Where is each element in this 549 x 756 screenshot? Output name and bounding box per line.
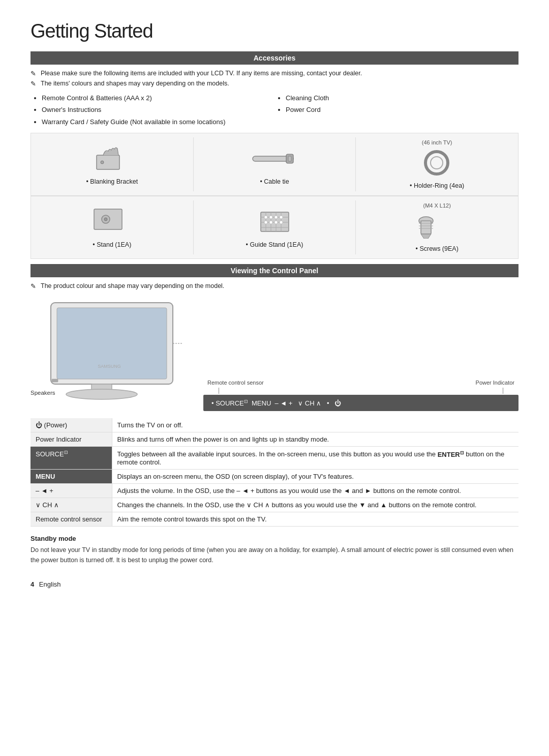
feature-val-power: Turns the TV on or off. bbox=[112, 418, 518, 432]
feature-key-volume: – ◄ + bbox=[30, 483, 112, 498]
feature-row-source: SOURCE⊡ Toggles between all the availabl… bbox=[30, 447, 518, 469]
accessories-note-1: Please make sure the following items are… bbox=[30, 70, 518, 77]
feature-val-menu: Displays an on-screen menu, the OSD (on … bbox=[112, 469, 518, 483]
items-row-2: Stand (1EA) bbox=[31, 196, 518, 258]
page-language: English bbox=[39, 580, 61, 588]
accessories-list-col2: Cleaning Cloth Power Cord bbox=[274, 92, 518, 116]
feature-key-sensor: Remote control sensor bbox=[30, 512, 112, 526]
svg-point-37 bbox=[66, 389, 137, 399]
control-panel-header: Viewing the Control Panel bbox=[30, 264, 518, 277]
feature-val-channel: Changes the channels. In the OSD, use th… bbox=[112, 498, 518, 512]
power-indicator-line bbox=[503, 388, 503, 394]
feature-row-volume: – ◄ + Adjusts the volume. In the OSD, us… bbox=[30, 483, 518, 498]
svg-rect-27 bbox=[421, 221, 431, 234]
speakers-label: Speakers bbox=[30, 390, 55, 396]
svg-text:SAMSUNG: SAMSUNG bbox=[98, 364, 121, 369]
sensor-lines bbox=[203, 388, 518, 394]
feature-key-source: SOURCE⊡ bbox=[30, 447, 112, 469]
item-cell-stand: Stand (1EA) bbox=[31, 200, 194, 254]
svg-point-18 bbox=[264, 216, 267, 219]
control-panel-note: The product colour and shape may vary de… bbox=[30, 282, 518, 289]
page-num-digit: 4 bbox=[30, 580, 34, 588]
cable-tie-label: Cable tie bbox=[198, 178, 352, 185]
blanking-bracket-label: Blanking Bracket bbox=[35, 178, 189, 185]
power-indicator-label-top: Power Indicator bbox=[476, 380, 514, 386]
holder-ring-note: (46 inch TV) bbox=[360, 139, 514, 146]
standby-text: Do not leave your TV in standby mode for… bbox=[30, 545, 518, 565]
screws-icon bbox=[360, 211, 514, 241]
control-bar: • SOURCE⊡ MENU – ◄ + ∨ CH ∧ • ⏻ bbox=[203, 395, 518, 411]
list-item: Power Cord bbox=[286, 104, 518, 115]
svg-rect-4 bbox=[288, 156, 291, 161]
feature-key-channel: ∨ CH ∧ bbox=[30, 498, 112, 512]
svg-rect-0 bbox=[97, 155, 119, 169]
feature-val-indicator: Blinks and turns off when the power is o… bbox=[112, 432, 518, 447]
feature-row-channel: ∨ CH ∧ Changes the channels. In the OSD,… bbox=[30, 498, 518, 512]
feature-row-sensor: Remote control sensor Aim the remote con… bbox=[30, 512, 518, 526]
tv-controls-area: Remote control sensor Power Indicator • … bbox=[203, 380, 518, 411]
accessories-items-grid: Blanking Bracket Cable tie (46 inch TV) bbox=[30, 133, 518, 259]
accessories-header: Accessories bbox=[30, 51, 518, 65]
feature-val-source: Toggles between all the available input … bbox=[112, 447, 518, 469]
feature-val-sensor: Aim the remote control towards this spot… bbox=[112, 512, 518, 526]
feature-row-power: ⏻ (Power) Turns the TV on or off. bbox=[30, 418, 518, 432]
tv-illustration: Speakers SAMSUNG bbox=[30, 298, 193, 411]
remote-sensor-line bbox=[219, 388, 219, 394]
standby-title: Standby mode bbox=[30, 535, 518, 542]
svg-point-22 bbox=[264, 221, 267, 224]
feature-val-volume: Adjusts the volume. In the OSD, use the … bbox=[112, 483, 518, 498]
screws-note: (M4 X L12) bbox=[360, 202, 514, 209]
accessories-section: Accessories Please make sure the followi… bbox=[30, 51, 518, 259]
accessories-note-2: The items' colours and shapes may vary d… bbox=[30, 80, 518, 87]
item-cell-cabletie: Cable tie bbox=[194, 137, 356, 191]
page-title: Getting Started bbox=[30, 20, 518, 42]
screws-label: Screws (9EA) bbox=[360, 245, 514, 252]
stand-label: Stand (1EA) bbox=[35, 241, 189, 248]
item-cell-blanking: Blanking Bracket bbox=[31, 137, 194, 191]
guide-stand-icon bbox=[198, 207, 352, 237]
svg-marker-32 bbox=[421, 234, 431, 239]
svg-point-25 bbox=[280, 221, 283, 224]
feature-row-indicator: Power Indicator Blinks and turns off whe… bbox=[30, 432, 518, 447]
item-cell-screws: (M4 X L12) Screws (9EA) bbox=[356, 196, 518, 258]
svg-rect-38 bbox=[52, 379, 58, 382]
cable-tie-icon bbox=[198, 143, 352, 174]
accessories-col-1: Remote Control & Batteries (AAA x 2) Own… bbox=[30, 92, 274, 128]
list-item: Remote Control & Batteries (AAA x 2) bbox=[42, 92, 274, 104]
list-item: Owner's Instructions bbox=[42, 104, 274, 115]
page-number: 4 English bbox=[30, 580, 518, 588]
blanking-bracket-icon bbox=[35, 143, 189, 174]
feature-key-menu: MENU bbox=[30, 469, 112, 483]
stand-icon bbox=[35, 207, 189, 237]
remote-sensor-label-top: Remote control sensor bbox=[207, 380, 264, 386]
svg-point-21 bbox=[280, 216, 283, 219]
svg-point-19 bbox=[269, 216, 272, 219]
svg-point-24 bbox=[274, 221, 278, 224]
tv-diagram-container: Speakers SAMSUNG bbox=[30, 298, 518, 411]
sensor-label-row: Remote control sensor Power Indicator bbox=[203, 380, 518, 386]
items-row-1: Blanking Bracket Cable tie (46 inch TV) bbox=[31, 133, 518, 196]
accessories-col-2: Cleaning Cloth Power Cord bbox=[274, 92, 518, 128]
item-cell-holderring: (46 inch TV) Holder-Ring (4ea) bbox=[356, 133, 518, 195]
list-item: Warranty Card / Safety Guide (Not availa… bbox=[42, 116, 274, 128]
standby-section: Standby mode Do not leave your TV in sta… bbox=[30, 535, 518, 565]
accessories-list-col1: Remote Control & Batteries (AAA x 2) Own… bbox=[30, 92, 274, 128]
feature-table: ⏻ (Power) Turns the TV on or off. Power … bbox=[30, 418, 518, 526]
feature-row-menu: MENU Displays an on-screen menu, the OSD… bbox=[30, 469, 518, 483]
holder-ring-label: Holder-Ring (4ea) bbox=[360, 182, 514, 189]
feature-key-indicator: Power Indicator bbox=[30, 432, 112, 447]
svg-point-9 bbox=[104, 218, 107, 221]
svg-point-20 bbox=[274, 216, 278, 219]
control-panel-section: Viewing the Control Panel The product co… bbox=[30, 264, 518, 565]
list-item: Cleaning Cloth bbox=[286, 92, 518, 104]
item-cell-guidestand: Guide Stand (1EA) bbox=[194, 200, 356, 254]
svg-point-23 bbox=[269, 221, 272, 224]
svg-point-6 bbox=[431, 157, 443, 169]
svg-point-1 bbox=[101, 161, 104, 164]
feature-key-power: ⏻ (Power) bbox=[30, 418, 112, 432]
guide-stand-label: Guide Stand (1EA) bbox=[198, 241, 352, 248]
svg-point-5 bbox=[425, 152, 448, 174]
control-bar-text: • SOURCE⊡ MENU – ◄ + ∨ CH ∧ • ⏻ bbox=[211, 399, 341, 407]
holder-ring-icon bbox=[360, 148, 514, 178]
accessories-list: Remote Control & Batteries (AAA x 2) Own… bbox=[30, 92, 518, 128]
